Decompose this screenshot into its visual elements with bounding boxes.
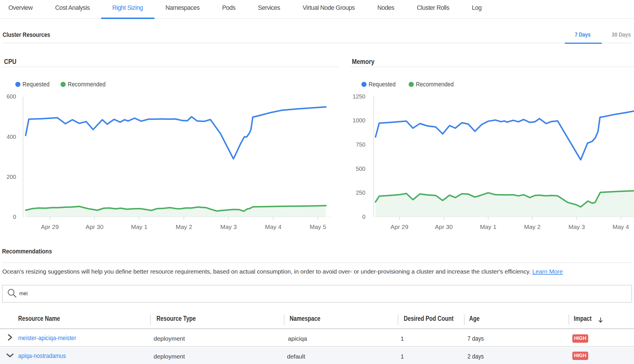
svg-text:Apr 29: Apr 29 [41,223,59,230]
svg-text:1000: 1000 [353,117,366,124]
svg-text:May 5: May 5 [310,223,326,230]
svg-text:May 4: May 4 [265,223,282,230]
svg-text:May 4: May 4 [612,223,629,230]
svg-text:Apr 29: Apr 29 [390,223,408,230]
svg-text:0: 0 [13,214,16,220]
svg-text:May 2: May 2 [176,223,192,230]
svg-text:Apr 30: Apr 30 [435,223,453,230]
svg-text:250: 250 [356,189,365,196]
svg-text:500: 500 [356,166,365,172]
svg-text:200: 200 [7,174,16,180]
svg-text:750: 750 [356,141,365,148]
svg-text:May 1: May 1 [131,223,147,230]
svg-text:Apr 30: Apr 30 [86,223,103,230]
svg-text:0: 0 [362,214,365,220]
svg-text:May 3: May 3 [220,223,237,230]
svg-text:May 3: May 3 [568,223,585,230]
svg-text:1250: 1250 [353,93,366,100]
svg-text:600: 600 [7,93,16,100]
svg-text:May 2: May 2 [524,223,540,230]
svg-text:400: 400 [7,134,16,140]
svg-text:May 1: May 1 [480,223,496,230]
